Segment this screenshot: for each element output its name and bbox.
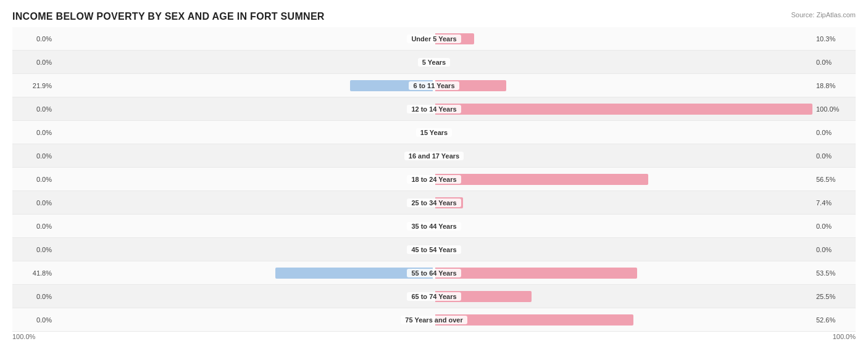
- left-value: 0.0%: [12, 129, 56, 136]
- left-bar-container: [56, 219, 434, 233]
- table-row: 0.0% 35 to 44 Years 0.0%: [12, 215, 856, 238]
- female-bar: [435, 174, 648, 185]
- right-value: 7.4%: [812, 199, 856, 207]
- female-bar: [435, 314, 633, 326]
- female-bar: [435, 268, 637, 279]
- bars-center: 45 to 54 Years: [56, 238, 812, 261]
- bars-center: 5 Years: [56, 51, 812, 73]
- right-value: 0.0%: [812, 59, 856, 66]
- bottom-right-label: 100.0%: [833, 333, 856, 340]
- chart-title: INCOME BELOW POVERTY BY SEX AND AGE IN F…: [12, 11, 856, 22]
- right-value: 0.0%: [812, 152, 856, 160]
- female-bar: [435, 291, 532, 302]
- right-bar-container: [434, 79, 812, 92]
- left-value: 0.0%: [12, 293, 56, 300]
- left-value: 0.0%: [12, 176, 56, 183]
- right-bar-container: [434, 126, 812, 139]
- right-value: 0.0%: [812, 223, 856, 230]
- left-value: 0.0%: [12, 59, 56, 66]
- female-bar: [435, 197, 463, 208]
- table-row: 0.0% 18 to 24 Years 56.5%: [12, 168, 856, 191]
- left-bar-container: [56, 32, 434, 46]
- table-row: 0.0% 65 to 74 Years 25.5%: [12, 285, 856, 308]
- right-value: 0.0%: [812, 246, 856, 253]
- table-row: 0.0% 16 and 17 Years 0.0%: [12, 144, 856, 168]
- left-value: 0.0%: [12, 199, 56, 207]
- right-value: 18.8%: [812, 82, 856, 89]
- male-bar: [275, 268, 433, 279]
- right-value: 56.5%: [812, 176, 856, 183]
- left-value: 0.0%: [12, 105, 56, 113]
- right-bar-container: [434, 266, 812, 280]
- female-bar: [435, 33, 474, 44]
- right-bar-container: [434, 290, 812, 303]
- right-value: 100.0%: [812, 105, 856, 113]
- left-value: 0.0%: [12, 316, 56, 324]
- left-bar-container: [56, 126, 434, 139]
- right-bar-container: [434, 313, 812, 327]
- left-bar-container: [56, 55, 434, 69]
- bars-center: 6 to 11 Years: [56, 74, 812, 97]
- bottom-labels: 100.0% 100.0%: [12, 333, 856, 340]
- bars-center: 15 Years: [56, 121, 812, 144]
- rows-area: 0.0% Under 5 Years 10.3% 0.0%: [12, 27, 856, 332]
- right-value: 0.0%: [812, 129, 856, 136]
- table-row: 21.9% 6 to 11 Years 18.8%: [12, 74, 856, 97]
- right-bar-container: [434, 32, 812, 46]
- left-bar-container: [56, 290, 434, 303]
- bars-center: 16 and 17 Years: [56, 144, 812, 167]
- bars-center: 65 to 74 Years: [56, 285, 812, 308]
- female-bar: [435, 104, 812, 115]
- chart-container: INCOME BELOW POVERTY BY SEX AND AGE IN F…: [0, 0, 868, 344]
- left-value: 0.0%: [12, 246, 56, 253]
- right-value: 52.6%: [812, 316, 856, 324]
- left-value: 0.0%: [12, 152, 56, 160]
- right-bar-container: [434, 243, 812, 256]
- right-value: 10.3%: [812, 35, 856, 43]
- left-bar-container: [56, 266, 434, 280]
- left-bar-container: [56, 243, 434, 256]
- table-row: 0.0% 5 Years 0.0%: [12, 51, 856, 74]
- left-bar-container: [56, 102, 434, 116]
- bars-center: 18 to 24 Years: [56, 168, 812, 190]
- left-bar-container: [56, 173, 434, 186]
- table-row: 41.8% 55 to 64 Years 53.5%: [12, 261, 856, 285]
- left-value: 41.8%: [12, 269, 56, 277]
- source-label: Source: ZipAtlas.com: [791, 11, 856, 18]
- right-value: 53.5%: [812, 269, 856, 277]
- left-bar-container: [56, 196, 434, 210]
- left-bar-container: [56, 313, 434, 327]
- right-bar-container: [434, 219, 812, 233]
- right-bar-container: [434, 149, 812, 163]
- left-value: 0.0%: [12, 35, 56, 43]
- left-bar-container: [56, 79, 434, 92]
- male-bar: [350, 80, 433, 91]
- table-row: 0.0% 75 Years and over 52.6%: [12, 308, 856, 332]
- bars-center: 55 to 64 Years: [56, 261, 812, 284]
- right-bar-container: [434, 102, 812, 116]
- bars-center: 75 Years and over: [56, 308, 812, 331]
- right-bar-container: [434, 55, 812, 69]
- bars-center: 25 to 34 Years: [56, 191, 812, 214]
- bars-center: 12 to 14 Years: [56, 97, 812, 120]
- bottom-left-label: 100.0%: [12, 333, 35, 340]
- table-row: 0.0% 15 Years 0.0%: [12, 121, 856, 144]
- table-row: 0.0% 12 to 14 Years 100.0%: [12, 97, 856, 121]
- left-bar-container: [56, 149, 434, 163]
- female-bar: [435, 80, 506, 91]
- table-row: 0.0% 45 to 54 Years 0.0%: [12, 238, 856, 261]
- left-value: 0.0%: [12, 223, 56, 230]
- table-row: 0.0% Under 5 Years 10.3%: [12, 27, 856, 51]
- bars-center: Under 5 Years: [56, 27, 812, 50]
- right-bar-container: [434, 196, 812, 210]
- bars-center: 35 to 44 Years: [56, 215, 812, 237]
- left-value: 21.9%: [12, 82, 56, 89]
- table-row: 0.0% 25 to 34 Years 7.4%: [12, 191, 856, 215]
- right-value: 25.5%: [812, 293, 856, 300]
- right-bar-container: [434, 173, 812, 186]
